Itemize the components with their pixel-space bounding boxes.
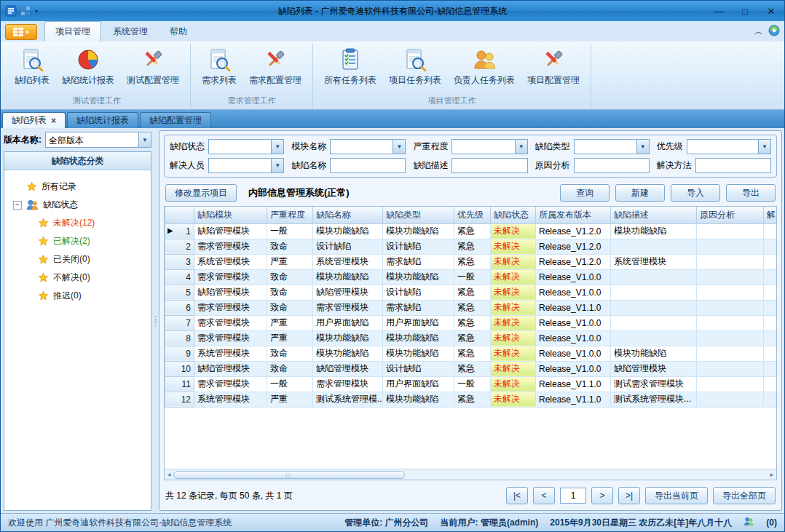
version-select[interactable]: 全部版本 ▼ — [45, 132, 151, 148]
document-tab-1[interactable]: 缺陷统计报表 — [67, 112, 138, 128]
row-selector[interactable]: 10 — [165, 361, 194, 376]
column-header-4[interactable]: 优先级 — [454, 207, 491, 223]
app-menu-button[interactable]: ▾ — [5, 24, 37, 40]
modify-display-button[interactable]: 修改显示项目 — [165, 184, 237, 202]
chevron-down-icon[interactable]: ▼ — [515, 140, 527, 154]
table-row-4[interactable]: 4需求管理模块致命模块功能缺陷模块功能缺陷一般未解决Release_V1.0.0 — [165, 269, 777, 285]
ribbon-button-1-0[interactable]: 需求列表 — [197, 44, 242, 88]
prev-page-button[interactable]: < — [533, 487, 555, 504]
collapse-icon[interactable]: − — [13, 201, 22, 210]
close-tab-icon[interactable]: × — [51, 116, 56, 126]
first-page-button[interactable]: |< — [506, 487, 528, 504]
filter-combo-1-0[interactable]: ▼ — [208, 158, 284, 173]
row-selector[interactable]: 4 — [165, 269, 194, 285]
filter-input-1-2[interactable] — [451, 158, 527, 173]
column-header-6[interactable]: 所属发布版本 — [536, 207, 611, 223]
import-button[interactable]: 导入 — [671, 184, 720, 202]
document-tab-2[interactable]: 缺陷配置管理 — [140, 112, 211, 128]
filter-combo-0-3[interactable]: ▼ — [574, 139, 650, 154]
chevron-down-icon[interactable]: ▼ — [138, 132, 151, 147]
column-header-7[interactable]: 缺陷描述 — [611, 207, 697, 223]
chevron-down-icon[interactable]: ▼ — [758, 140, 770, 154]
filter-combo-0-0[interactable]: ▼ — [208, 139, 284, 154]
row-selector[interactable]: 7 — [165, 315, 194, 330]
page-number-input[interactable] — [560, 488, 586, 504]
tree-item-2[interactable]: 未解决(12) — [7, 214, 148, 232]
table-row-10[interactable]: 10缺陷管理模块致命缺陷管理模块设计缺陷紧急未解决Release_V1.0.0缺… — [165, 361, 777, 376]
last-page-button[interactable]: >| — [618, 487, 640, 504]
chevron-down-icon[interactable]: ▼ — [636, 140, 649, 154]
ribbon-button-0-0[interactable]: 缺陷列表 — [9, 44, 55, 88]
chevron-down-icon[interactable]: ▼ — [392, 140, 405, 154]
table-row-1[interactable]: ▶1缺陷管理模块一般模块功能缺陷模块功能缺陷紧急未解决Release_V1.2.… — [165, 223, 777, 239]
row-selector[interactable]: 6 — [165, 300, 194, 315]
tree-item-6[interactable]: 推迟(0) — [7, 287, 148, 305]
row-selector[interactable]: 5 — [165, 285, 194, 300]
export-current-page-button[interactable]: 导出当前页 — [645, 487, 708, 504]
quick-access-dropdown-icon[interactable]: ▾ — [35, 8, 38, 15]
column-header-8[interactable]: 原因分析 — [697, 207, 764, 223]
tree-item-3[interactable]: 已解决(2) — [7, 232, 148, 250]
ribbon-tab-1[interactable]: 系统管理 — [103, 22, 158, 41]
row-selector[interactable]: 12 — [165, 392, 194, 407]
ribbon-button-2-3[interactable]: 项目配置管理 — [522, 44, 585, 88]
ribbon-button-1-1[interactable]: 需求配置管理 — [244, 44, 307, 88]
row-selector[interactable]: 3 — [165, 254, 194, 269]
ribbon-button-2-0[interactable]: 所有任务列表 — [319, 44, 382, 88]
document-tab-0[interactable]: 缺陷列表× — [2, 112, 66, 128]
filter-input-1-1[interactable] — [330, 158, 406, 173]
table-row-11[interactable]: 11需求管理模块一般需求管理模块用户界面缺陷一般未解决Release_V1.1.… — [165, 376, 777, 392]
table-row-3[interactable]: 3系统管理模块严重系统管理模块需求缺陷紧急未解决Release_V1.2.0系统… — [165, 254, 777, 269]
filter-combo-0-2[interactable]: ▼ — [451, 139, 527, 154]
table-row-8[interactable]: 8需求管理模块严重模块功能缺陷模块功能缺陷紧急未解决Release_V1.0.0 — [165, 330, 777, 346]
column-header-9[interactable]: 解决方法 — [764, 207, 777, 223]
chevron-down-icon[interactable]: ▼ — [271, 159, 283, 172]
new-button[interactable]: 新建 — [615, 184, 665, 202]
export-all-pages-button[interactable]: 导出全部页 — [713, 487, 776, 504]
splitter[interactable]: ⋮⋮ — [151, 128, 159, 513]
scroll-right-icon[interactable]: ► — [769, 472, 775, 478]
tree-item-1[interactable]: −缺陷状态 — [7, 196, 148, 214]
style-icon[interactable] — [768, 25, 780, 39]
ribbon-button-2-1[interactable]: 项目任务列表 — [384, 44, 446, 88]
filter-input-1-4[interactable] — [695, 158, 771, 173]
table-row-12[interactable]: 12系统管理模块严重测试系统管理模...模块功能缺陷紧急未解决Release_V… — [165, 392, 777, 407]
ribbon-tab-0[interactable]: 项目管理 — [44, 21, 101, 41]
minimize-button[interactable]: — — [706, 1, 732, 21]
row-selector[interactable]: 2 — [165, 239, 194, 254]
row-selector[interactable]: 8 — [165, 330, 194, 346]
chevron-down-icon[interactable]: ▼ — [271, 140, 283, 154]
collapse-ribbon-icon[interactable]: ︿ — [754, 26, 762, 37]
column-header-1[interactable]: 严重程度 — [267, 207, 313, 223]
quick-access-grid-icon[interactable] — [20, 6, 31, 17]
table-row-6[interactable]: 6需求管理模块致命需求管理模块需求缺陷紧急未解决Release_V1.1.0 — [165, 300, 777, 315]
tree-item-4[interactable]: 已关闭(0) — [7, 250, 148, 269]
table-row-5[interactable]: 5缺陷管理模块致命缺陷管理模块设计缺陷紧急未解决Release_V1.0.0 — [165, 285, 777, 300]
column-header-2[interactable]: 缺陷名称 — [313, 207, 383, 223]
filter-combo-0-1[interactable]: ▼ — [330, 139, 406, 154]
tree-item-5[interactable]: 不解决(0) — [7, 269, 148, 287]
maximize-button[interactable]: □ — [732, 1, 758, 21]
grid-viewport[interactable]: 缺陷模块严重程度缺陷名称缺陷类型优先级缺陷状态所属发布版本缺陷描述原因分析解决方… — [165, 207, 776, 469]
row-selector[interactable]: 11 — [165, 376, 194, 392]
scroll-left-icon[interactable]: ◄ — [166, 472, 172, 478]
ribbon-button-0-1[interactable]: 缺陷统计报表 — [57, 44, 119, 88]
tree-item-0[interactable]: 所有记录 — [7, 178, 148, 196]
table-row-7[interactable]: 7需求管理模块严重用户界面缺陷用户界面缺陷紧急未解决Release_V1.0.0 — [165, 315, 777, 330]
column-header-0[interactable]: 缺陷模块 — [194, 207, 267, 223]
ribbon-tab-2[interactable]: 帮助 — [159, 22, 197, 41]
title-bar[interactable]: ▾ 缺陷列表 - 广州爱奇迪软件科技有限公司-缺陷信息管理系统 — □ ✕ — [1, 1, 784, 21]
filter-combo-0-4[interactable]: ▼ — [687, 139, 771, 154]
horizontal-scrollbar[interactable]: ◄ ||| ► — [165, 469, 776, 480]
export-button[interactable]: 导出 — [726, 184, 776, 202]
row-selector[interactable]: 9 — [165, 346, 194, 361]
users-icon[interactable] — [743, 517, 754, 528]
close-button[interactable]: ✕ — [758, 1, 784, 21]
ribbon-button-2-2[interactable]: 负责人任务列表 — [449, 44, 520, 88]
scrollbar-thumb[interactable]: ||| — [173, 471, 405, 479]
row-selector[interactable]: ▶1 — [165, 223, 194, 239]
column-header-3[interactable]: 缺陷类型 — [383, 207, 454, 223]
table-row-2[interactable]: 2需求管理模块致命设计缺陷设计缺陷紧急未解决Release_V1.2.0 — [165, 239, 777, 254]
column-header-5[interactable]: 缺陷状态 — [491, 207, 536, 223]
table-row-9[interactable]: 9系统管理模块致命模块功能缺陷模块功能缺陷紧急未解决Release_V1.0.0… — [165, 346, 777, 361]
